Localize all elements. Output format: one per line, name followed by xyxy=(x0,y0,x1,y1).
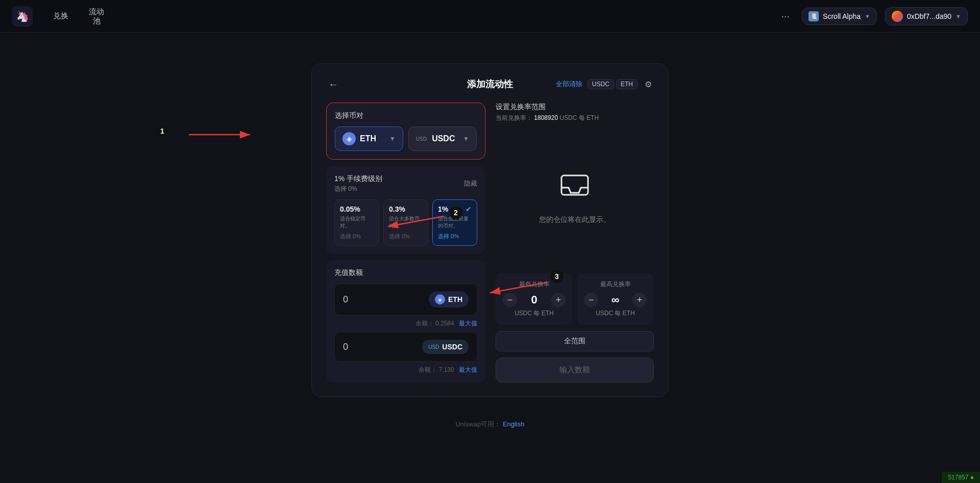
pair-section: 选择币对 ◈ ETH ▼ USD USDC ▼ xyxy=(326,103,485,160)
fee-desc-005: 适合稳定币对。 xyxy=(340,215,374,230)
max-rate-controls: − ∞ + xyxy=(584,293,647,307)
hide-button[interactable]: 隐藏 xyxy=(464,179,477,188)
footer: Uniswap可用： English xyxy=(0,410,980,439)
min-rate-increase-button[interactable]: + xyxy=(551,293,566,307)
eth-badge-icon: ◈ xyxy=(435,294,445,304)
fee-section-title: 1% 手续费级别 选择 0% xyxy=(334,174,382,193)
token-tags: USDC ETH xyxy=(587,79,638,89)
usdc-prefix-label: USD xyxy=(428,344,439,350)
position-placeholder-text: 您的仓位将在此显示。 xyxy=(539,215,610,224)
fee-option-03[interactable]: 0.3% 适合大多数币对。 选择 0% xyxy=(383,199,428,246)
card-header-right: 全部清除 USDC ETH ⚙ xyxy=(556,79,654,90)
right-column: 设置兑换率范围 当前兑换率： 1808920 USDC 每 ETH xyxy=(496,103,654,383)
clear-all-button[interactable]: 全部清除 xyxy=(556,80,582,89)
fee-header: 1% 手续费级别 选择 0% 隐藏 xyxy=(334,174,477,193)
usdc-deposit-value: 0 xyxy=(343,342,422,352)
more-options-button[interactable]: ··· xyxy=(777,8,794,24)
fee-selected-label: 选择 0% xyxy=(334,185,357,192)
card-header: ← 添加流动性 全部清除 USDC ETH ⚙ xyxy=(326,78,654,90)
footer-language-link[interactable]: English xyxy=(503,420,525,428)
network-selector[interactable]: 📜 Scroll Alpha ▼ xyxy=(802,8,877,25)
usdc-token-selector[interactable]: USD USDC ▼ xyxy=(408,126,477,151)
usdc-max-button[interactable]: 最大值 xyxy=(459,366,477,373)
usdc-deposit-meta: 余额： 7,130 最大值 xyxy=(334,366,477,374)
fee-pct-03: 0.3% xyxy=(389,205,423,213)
card-body: 选择币对 ◈ ETH ▼ USD USDC ▼ xyxy=(326,103,654,383)
eth-token-selector[interactable]: ◈ ETH ▼ xyxy=(335,126,403,151)
eth-token-name: ETH xyxy=(360,134,376,143)
fee-pick-03: 选择 0% xyxy=(389,233,423,240)
wallet-button[interactable]: 0xDbf7...da90 ▼ xyxy=(885,7,968,26)
network-label: Scroll Alpha xyxy=(823,12,861,20)
pair-selectors: ◈ ETH ▼ USD USDC ▼ xyxy=(335,126,477,151)
nav-swap[interactable]: 兑换 xyxy=(49,9,72,23)
max-rate-value: ∞ xyxy=(611,293,620,307)
inbox-icon xyxy=(559,173,590,207)
footer-text: Uniswap可用： xyxy=(455,420,501,428)
fee-pct-1: 1% xyxy=(438,205,448,213)
nav-links: 兑换 流动池 xyxy=(49,5,108,28)
usdc-token-name: USDC xyxy=(432,134,455,143)
wallet-chevron-icon: ▼ xyxy=(955,13,961,19)
token-tag-eth: ETH xyxy=(616,79,638,89)
nav-pool[interactable]: 流动池 xyxy=(85,5,108,28)
left-column: 选择币对 ◈ ETH ▼ USD USDC ▼ xyxy=(326,103,485,383)
fee-desc-03: 适合大多数币对。 xyxy=(389,215,423,230)
usdc-deposit-input[interactable]: 0 USD USDC xyxy=(334,332,477,362)
token-tag-usdc: USDC xyxy=(587,79,614,89)
fee-check-icon: ✔ xyxy=(465,205,472,213)
full-range-button[interactable]: 全范围 xyxy=(496,331,654,351)
main-content: 1 2 3 ← 添加流动性 全部清除 USDC ETH ⚙ 选择币对 xyxy=(0,33,980,397)
input-amount-button[interactable]: 输入数额 xyxy=(496,358,654,383)
position-placeholder: 您的仓位将在此显示。 xyxy=(496,131,654,267)
fee-option-005[interactable]: 0.05% 适合稳定币对。 选择 0% xyxy=(334,199,379,246)
eth-deposit-value: 0 xyxy=(343,294,429,305)
max-rate-increase-button[interactable]: + xyxy=(632,293,647,307)
usdc-label-small: USD xyxy=(416,136,427,142)
current-rate-info: 当前兑换率： 1808920 USDC 每 ETH xyxy=(496,114,654,122)
svg-rect-4 xyxy=(561,175,588,195)
step-3-label: 3 xyxy=(550,270,564,283)
fee-pct-005: 0.05% xyxy=(340,205,374,213)
max-rate-label: 最高兑换率 xyxy=(584,280,647,289)
fee-pick-005: 选择 0% xyxy=(340,233,374,240)
network-icon: 📜 xyxy=(808,11,819,21)
status-bar: 517857 ● xyxy=(942,472,980,483)
step-2-label: 2 xyxy=(449,206,462,219)
min-rate-decrease-button[interactable]: − xyxy=(503,293,517,307)
range-section: 最低兑换率 − 0 + USDC 每 ETH 最高兑换率 − ∞ xyxy=(496,273,654,325)
usdc-token-badge: USD USDC xyxy=(422,340,469,354)
min-rate-controls: − 0 + xyxy=(503,293,566,307)
min-rate-value: 0 xyxy=(531,293,537,307)
max-rate-unit: USDC 每 ETH xyxy=(584,309,647,318)
eth-badge-name: ETH xyxy=(448,295,462,303)
wallet-avatar xyxy=(892,11,903,22)
network-chevron-icon: ▼ xyxy=(865,13,870,19)
step-1-label: 1 xyxy=(156,124,169,138)
fee-pick-1: 选择 0% xyxy=(438,233,472,240)
current-rate-value: 1808920 xyxy=(534,114,558,121)
settings-button[interactable]: ⚙ xyxy=(643,79,654,90)
max-rate-decrease-button[interactable]: − xyxy=(584,293,598,307)
eth-max-button[interactable]: 最大值 xyxy=(459,320,477,327)
usdc-badge-name: USDC xyxy=(442,343,462,351)
rate-range-title: 设置兑换率范围 xyxy=(496,103,654,112)
wallet-address: 0xDbf7...da90 xyxy=(907,12,951,20)
max-rate-box: 最高兑换率 − ∞ + USDC 每 ETH xyxy=(577,273,654,325)
pair-section-title: 选择币对 xyxy=(335,111,477,120)
usdc-chevron-icon: ▼ xyxy=(463,135,469,142)
add-liquidity-card: ← 添加流动性 全部清除 USDC ETH ⚙ 选择币对 xyxy=(311,63,669,397)
eth-chevron-icon: ▼ xyxy=(389,135,396,142)
eth-icon: ◈ xyxy=(342,132,356,145)
min-rate-unit: USDC 每 ETH xyxy=(503,309,566,318)
card-title: 添加流动性 xyxy=(467,78,513,90)
back-button[interactable]: ← xyxy=(326,77,340,92)
deposit-title: 充值数额 xyxy=(334,268,477,277)
deposit-section: 充值数额 0 ◈ ETH 余额： 0.2584 最大值 xyxy=(326,260,485,383)
nav-right: ··· 📜 Scroll Alpha ▼ 0xDbf7...da90 ▼ xyxy=(777,7,968,26)
eth-deposit-input[interactable]: 0 ◈ ETH xyxy=(334,284,477,315)
logo-icon: 🦄 xyxy=(12,6,33,27)
eth-token-badge: ◈ ETH xyxy=(429,291,469,308)
logo-area: 🦄 xyxy=(12,6,33,27)
eth-deposit-meta: 余额： 0.2584 最大值 xyxy=(334,319,477,328)
